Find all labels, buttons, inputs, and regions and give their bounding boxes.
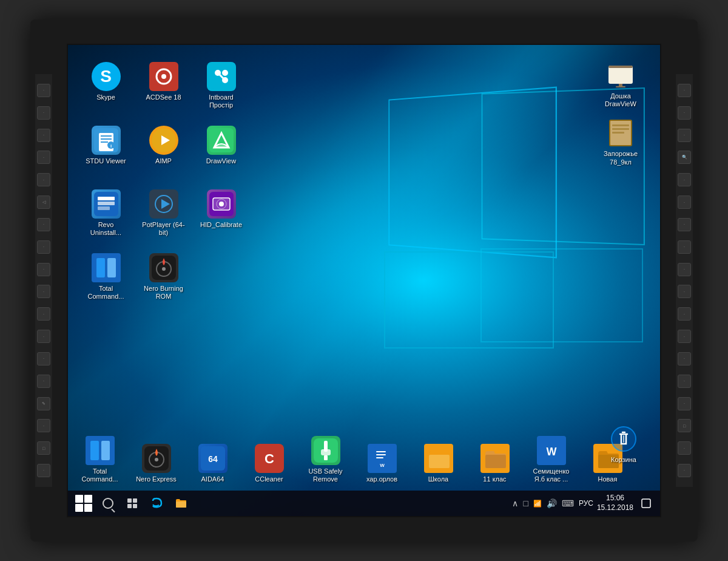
panel-btn-right-16[interactable]: □ (678, 419, 691, 432)
panel-btn-left-8[interactable]: · (37, 240, 50, 254)
svg-rect-54 (429, 455, 450, 468)
icon-totalcmd2[interactable]: Total Command... (74, 432, 126, 486)
windows-logo (75, 495, 92, 512)
panel-btn-left-17[interactable]: □ (37, 441, 50, 455)
panel-btn-right-17[interactable]: · (678, 441, 691, 455)
icon-intboard[interactable]: Intboard Простір (195, 57, 247, 118)
panel-btn-left-15[interactable]: ✎ (37, 397, 50, 410)
hid-icon (207, 189, 236, 219)
panel-btn-left-7[interactable]: · (37, 218, 50, 231)
zaporozhe-icon (606, 118, 635, 148)
panel-btn-right-6[interactable]: · (678, 195, 691, 209)
panel-btn-right-18[interactable]: · (678, 464, 691, 477)
icon-potplayer[interactable]: PotPlayer (64-bit) (138, 185, 189, 245)
explorer-button[interactable] (170, 492, 192, 514)
right-side-panel: · · · 🔍 · · · · · · · · · · · □ · · (676, 74, 693, 487)
icon-skype[interactable]: S Skype (80, 57, 132, 118)
intboard-label: Intboard Простір (198, 93, 244, 109)
bottom-icons-row: Total Command... Nero Express (74, 432, 633, 486)
icon-acdsee[interactable]: ACDSee 18 (138, 57, 189, 118)
search-button[interactable] (97, 492, 119, 514)
icon-stdu[interactable]: i STDU Viewer (80, 121, 132, 182)
panel-btn-right-14[interactable]: · (678, 375, 691, 388)
panel-btn-right-11[interactable]: · (678, 307, 691, 321)
edge-button[interactable] (146, 492, 167, 514)
panel-btn-right-7[interactable]: · (678, 218, 691, 231)
icon-recycle-bin[interactable]: Корзина (599, 421, 648, 467)
icon-hid[interactable]: HID_Calibrate (195, 185, 247, 245)
svg-rect-74 (127, 504, 132, 508)
icon-11klas[interactable]: 11 клас (469, 440, 521, 486)
volume-icon[interactable]: 🔊 (547, 498, 557, 508)
icon-zaporozhe[interactable]: Запорожье 78_9кл (593, 115, 648, 169)
start-button[interactable] (73, 492, 95, 514)
desktop-icons-grid: S Skype ACDSee 18 (80, 57, 250, 309)
11klas-label: 11 клас (483, 475, 506, 483)
panel-btn-left-12[interactable]: · (37, 330, 50, 343)
doshka-label: Дошка DrawVieW (596, 92, 645, 108)
shkola-label: Школа (428, 475, 448, 483)
panel-btn-left-1[interactable]: · (37, 84, 50, 97)
svg-rect-52 (376, 457, 383, 458)
panel-btn-left-9[interactable]: · (37, 263, 50, 276)
icon-ccleaner[interactable]: C CCleaner (243, 440, 295, 486)
panel-btn-left-16[interactable]: · (37, 419, 50, 432)
icon-drawview[interactable]: DrawView (195, 121, 247, 182)
show-hidden-icon[interactable]: ∧ (512, 498, 518, 508)
svg-rect-19 (98, 197, 115, 200)
icon-totalcmd1[interactable]: Total Command... (80, 248, 132, 309)
panel-btn-right-8[interactable]: · (678, 240, 691, 254)
panel-btn-left-4[interactable]: · (37, 151, 50, 164)
panel-btn-left-14[interactable]: · (37, 375, 50, 388)
language-indicator[interactable]: РУС (579, 499, 593, 508)
nero-exp-label: Nero Express (136, 475, 177, 483)
totalcmd1-icon (92, 253, 121, 282)
svg-point-27 (219, 202, 224, 206)
svg-point-7 (222, 77, 228, 83)
icon-nero-exp[interactable]: Nero Express (130, 440, 182, 486)
icon-doshka[interactable]: Дошка DrawVieW (593, 57, 648, 112)
panel-btn-right-1[interactable]: · (678, 84, 691, 97)
panel-btn-right-13[interactable]: · (678, 352, 691, 365)
svg-rect-30 (96, 258, 105, 277)
panel-btn-right-10[interactable]: · (678, 285, 691, 298)
icon-semishenko[interactable]: W Семищенко Я.б клас ... (525, 432, 577, 486)
right-desktop-icons: Дошка DrawVieW Запорожье 78_9кл (593, 57, 648, 170)
revo-label: Revo Uninstall... (83, 221, 129, 237)
network-icon[interactable]: □ (523, 498, 528, 508)
panel-btn-right-12[interactable]: · (678, 330, 691, 343)
panel-btn-right-5[interactable]: · (678, 173, 691, 186)
notification-center-button[interactable] (637, 492, 655, 514)
novaya-label: Новая (598, 475, 618, 483)
icon-aimp[interactable]: AIMP (138, 121, 189, 182)
icon-shkola[interactable]: Школа (413, 440, 464, 486)
icon-xar-orlov[interactable]: W хар.орлов (356, 440, 408, 486)
svg-text:C: C (265, 451, 274, 466)
panel-btn-left-13[interactable]: · (37, 352, 50, 365)
panel-btn-right-9[interactable]: · (678, 263, 691, 276)
panel-btn-left-10[interactable]: · (37, 285, 50, 298)
acdsee-icon (149, 62, 178, 91)
network-signal-icon[interactable]: 📶 (533, 500, 542, 508)
panel-btn-right-2[interactable]: · (678, 106, 691, 120)
system-clock[interactable]: 15:06 15.12.2018 (597, 494, 633, 512)
icon-usb-safely-remove[interactable]: USB Safely Remove (300, 432, 351, 486)
svg-rect-67 (612, 132, 624, 134)
icon-revo[interactable]: Revo Uninstall... (80, 185, 132, 245)
panel-btn-right-3[interactable]: · (678, 129, 691, 142)
panel-btn-left-2[interactable]: · (37, 106, 50, 120)
taskbar: ∧ □ 📶 🔊 ⌨ РУС 15:06 15.12.2018 (68, 491, 660, 516)
panel-btn-right-15[interactable]: · (678, 397, 691, 410)
task-view-button[interactable] (121, 492, 143, 514)
icon-nero-burn[interactable]: Nero Burning ROM (138, 248, 189, 309)
panel-btn-left-18[interactable]: · (37, 464, 50, 477)
panel-btn-left-3[interactable]: · (37, 129, 50, 142)
panel-btn-left-5[interactable]: · (37, 173, 50, 186)
svg-rect-47 (321, 449, 331, 455)
panel-btn-right-4[interactable]: 🔍 (678, 151, 691, 164)
icon-aida64[interactable]: 64 AIDA64 (187, 440, 238, 486)
panel-btn-left-6[interactable]: ◁ (37, 195, 50, 209)
keyboard-icon[interactable]: ⌨ (562, 498, 574, 508)
panel-btn-left-11[interactable]: · (37, 307, 50, 321)
svg-rect-55 (485, 455, 506, 468)
